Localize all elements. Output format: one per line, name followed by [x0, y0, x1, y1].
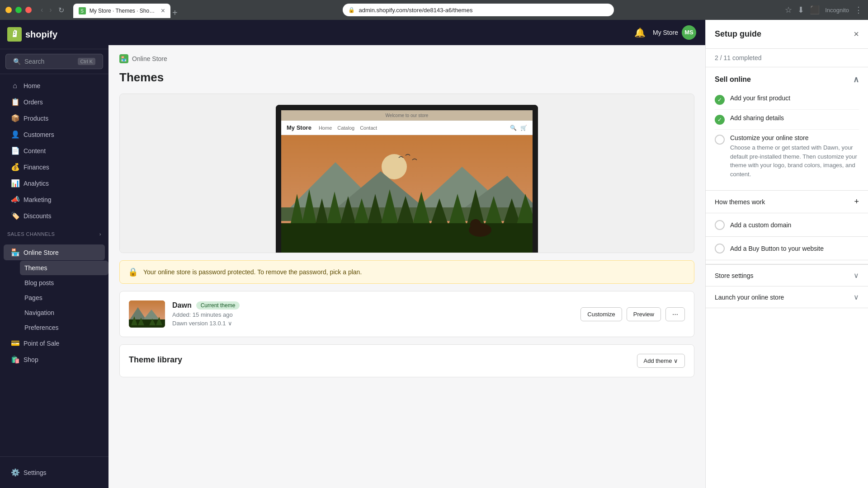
store-avatar: MS: [682, 25, 696, 40]
preview-nav-catalog: Catalog: [337, 125, 354, 131]
setup-guide-title: Setup guide: [715, 29, 761, 39]
add-product-check: ✓: [715, 95, 725, 105]
store-menu-button[interactable]: My Store MS: [653, 25, 696, 40]
search-bar[interactable]: 🔍 Search Ctrl K: [5, 54, 103, 69]
setup-item-buy-button[interactable]: Add a Buy Button to your website: [706, 237, 868, 260]
minimize-button[interactable]: [5, 7, 12, 13]
sidebar-item-online-store[interactable]: 🏪 Online Store: [4, 244, 105, 260]
setup-item-add-product: ✓ Add your first product: [715, 90, 859, 110]
address-bar[interactable]: 🔒 admin.shopify.com/store/de8143-a6/them…: [343, 4, 614, 16]
sidebar-item-preferences-label: Preferences: [24, 324, 58, 331]
setup-item-sharing-details: ✓ Add sharing details: [715, 110, 859, 130]
add-theme-button[interactable]: Add theme ∨: [637, 354, 685, 368]
app-layout: shopify 🔍 Search Ctrl K ⌂ Home 📋 Orders …: [0, 20, 868, 488]
sidebar-item-finances[interactable]: 💰 Finances: [4, 159, 105, 175]
preview-icons: 🔍 🛒: [510, 125, 527, 131]
theme-thumbnail-svg: [129, 300, 165, 328]
preview-store-name: My Store: [287, 124, 311, 131]
sidebar-item-pages-label: Pages: [24, 294, 42, 301]
theme-version-text: Dawn version 13.0.1: [172, 320, 226, 327]
shopify-label: shopify: [25, 29, 57, 40]
sidebar-item-navigation[interactable]: Navigation: [20, 305, 108, 320]
reload-button[interactable]: ↻: [57, 4, 66, 16]
sidebar-item-content-label: Content: [24, 147, 46, 155]
theme-added-text: Added: 15 minutes ago: [172, 311, 573, 318]
sidebar-item-pages[interactable]: Pages: [20, 291, 108, 305]
home-icon: ⌂: [11, 82, 19, 90]
main-nav: ⌂ Home 📋 Orders 📦 Products 👤 Customers 📄…: [0, 74, 108, 228]
customize-store-check: [715, 135, 725, 145]
forward-button[interactable]: ›: [47, 4, 53, 16]
customize-button[interactable]: Customize: [580, 307, 622, 321]
extensions-icon[interactable]: ⬛: [810, 5, 820, 15]
preview-nav: Home Catalog Contact: [319, 125, 377, 131]
download-icon[interactable]: ⬇: [797, 5, 804, 15]
buy-button-label: Add a Buy Button to your website: [730, 245, 824, 252]
notification-button[interactable]: 🔔: [634, 27, 646, 38]
laptop-screen: Welcome to our store My Store Home Catal…: [276, 105, 538, 253]
store-name: My Store: [653, 29, 678, 36]
preview-banner: Welcome to our store: [281, 110, 533, 121]
settings-icon: ⚙️: [11, 468, 19, 477]
content-icon: 📄: [11, 146, 19, 155]
setup-progress: 2 / 11 completed: [706, 49, 868, 67]
store-settings-section[interactable]: Store settings ∨: [706, 264, 868, 286]
online-store-subnav: Themes Blog posts Pages Navigation Prefe…: [0, 261, 108, 335]
bookmark-icon[interactable]: ☆: [785, 5, 792, 15]
custom-domain-check: [715, 220, 725, 230]
theme-actions: Customize Preview ⋯: [580, 307, 685, 321]
setup-item-custom-domain[interactable]: Add a custom domain: [706, 213, 868, 237]
sidebar-item-orders[interactable]: 📋 Orders: [4, 94, 105, 110]
close-button[interactable]: [25, 7, 32, 13]
sidebar-item-themes-label: Themes: [24, 264, 47, 272]
browser-toolbar-right: ☆ ⬇ ⬛ Incognito ⋮: [785, 5, 863, 15]
theme-more-button[interactable]: ⋯: [665, 307, 685, 321]
store-initials: MS: [684, 29, 693, 36]
app-header: 🔍 Search Ctrl K: [0, 49, 108, 74]
browser-tabs: S My Store · Themes · Shopify × +: [73, 2, 178, 18]
sidebar-item-preferences[interactable]: Preferences: [20, 320, 108, 335]
sales-channels-add-icon[interactable]: ›: [99, 231, 101, 237]
sidebar-item-navigation-label: Navigation: [24, 309, 54, 316]
custom-domain-label: Add a custom domain: [730, 221, 791, 229]
theme-name-row: Dawn Current theme: [172, 301, 573, 310]
sidebar-item-analytics[interactable]: 📊 Analytics: [4, 175, 105, 191]
sidebar-item-marketing-label: Marketing: [24, 196, 51, 203]
sidebar-item-products[interactable]: 📦 Products: [4, 110, 105, 126]
sidebar-item-point-of-sale[interactable]: 💳 Point of Sale: [4, 335, 105, 351]
browser-window-controls: [5, 7, 32, 13]
sales-channels-nav: 🏪 Online Store Themes Blog posts Pages N…: [0, 240, 108, 371]
how-themes-work-expandable[interactable]: How themes work +: [706, 190, 868, 213]
back-button[interactable]: ‹: [39, 4, 45, 16]
sidebar-item-discounts[interactable]: 🏷️ Discounts: [4, 208, 105, 224]
sidebar-item-home[interactable]: ⌂ Home: [4, 78, 105, 94]
page-title: Themes: [119, 70, 694, 84]
sidebar-item-blog-posts[interactable]: Blog posts: [20, 276, 108, 290]
browser-tab-active[interactable]: S My Store · Themes · Shopify ×: [73, 4, 170, 18]
sidebar-item-themes[interactable]: Themes: [20, 261, 108, 275]
discounts-icon: 🏷️: [11, 211, 19, 220]
breadcrumb-icon: 🏪: [119, 54, 128, 63]
maximize-button[interactable]: [15, 7, 22, 13]
sell-online-chevron-icon[interactable]: ∧: [853, 75, 859, 84]
sidebar-item-marketing[interactable]: 📣 Marketing: [4, 192, 105, 207]
tab-close-icon[interactable]: ×: [161, 7, 165, 15]
preview-button[interactable]: Preview: [627, 307, 661, 321]
customers-icon: 👤: [11, 130, 19, 139]
theme-meta: Dawn Current theme Added: 15 minutes ago…: [172, 301, 573, 327]
new-tab-button[interactable]: +: [172, 8, 178, 18]
launch-store-section[interactable]: Launch your online store ∨: [706, 286, 868, 308]
menu-icon[interactable]: ⋮: [854, 5, 863, 15]
svg-point-28: [475, 220, 479, 224]
setup-guide-close-button[interactable]: ×: [854, 29, 859, 39]
sharing-details-check: ✓: [715, 115, 725, 125]
theme-version[interactable]: Dawn version 13.0.1 ∨: [172, 320, 573, 327]
sidebar-item-customers[interactable]: 👤 Customers: [4, 127, 105, 142]
sell-online-section: Sell online ∧ ✓ Add your first product ✓…: [706, 67, 868, 190]
sidebar-item-shop[interactable]: 🛍️ Shop: [4, 352, 105, 367]
sidebar-item-discounts-label: Discounts: [24, 212, 51, 220]
how-themes-expand-icon: +: [854, 197, 859, 206]
sidebar-item-content[interactable]: 📄 Content: [4, 143, 105, 159]
shopify-logo-icon: [7, 27, 22, 42]
sidebar-item-settings[interactable]: ⚙️ Settings: [4, 465, 105, 480]
